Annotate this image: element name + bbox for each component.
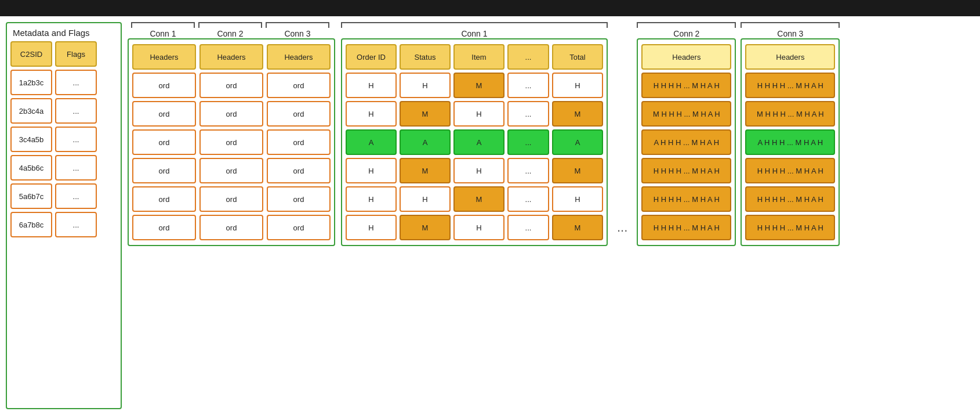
conn3-bracket-label: Conn 3 bbox=[266, 22, 329, 38]
list-item: ord bbox=[132, 73, 196, 98]
right-conn1-bracket: Conn 1 bbox=[341, 22, 608, 38]
id-cell: 1a2b3c bbox=[10, 70, 52, 95]
total-header: Total bbox=[552, 44, 603, 70]
table-row: 6a7b8c ... bbox=[10, 212, 117, 237]
list-item: M H H H ... M H A H bbox=[745, 101, 835, 127]
list-item: H bbox=[400, 73, 451, 98]
flags-cell: ... bbox=[55, 212, 97, 237]
list-item: A H H H ... M H A H bbox=[641, 129, 731, 155]
orderid-header: Order ID bbox=[346, 44, 397, 70]
list-item: H bbox=[346, 101, 397, 127]
right-conn3-wrapper: Conn 3 Headers H H H H ... M H A H M H H… bbox=[741, 22, 840, 409]
id-cell: 4a5b6c bbox=[10, 155, 52, 181]
list-item: ord bbox=[132, 158, 196, 183]
list-item: ord bbox=[132, 129, 196, 155]
list-item: M bbox=[552, 215, 603, 240]
list-item: H bbox=[552, 73, 603, 98]
table-row: 2b3c4a ... bbox=[10, 98, 117, 124]
id-cell: 2b3c4a bbox=[10, 98, 52, 124]
middle-conn3-col: Headers ord ord ord ord ord ord bbox=[267, 44, 331, 240]
list-item: ord bbox=[132, 186, 196, 212]
list-item: ord bbox=[267, 101, 331, 127]
list-item: H bbox=[346, 215, 397, 240]
total-col: Total H M A M H M bbox=[552, 44, 603, 240]
list-item: ... bbox=[507, 101, 549, 127]
list-item: ... bbox=[507, 186, 549, 212]
dots-col: ... ... ... ... ... ... ... bbox=[507, 44, 549, 240]
list-item: ord bbox=[132, 101, 196, 127]
flags-cell: ... bbox=[55, 155, 97, 181]
list-item: H H H H ... M H A H bbox=[641, 215, 731, 240]
table-row: 1a2b3c ... bbox=[10, 70, 117, 95]
list-item: H bbox=[400, 186, 451, 212]
list-item: ord bbox=[199, 73, 263, 98]
dots-header: ... bbox=[507, 44, 549, 70]
list-item: M bbox=[453, 186, 504, 212]
middle-dots-separator: ... bbox=[612, 22, 632, 409]
list-item: ord bbox=[199, 129, 263, 155]
list-item: H bbox=[346, 186, 397, 212]
list-item: H H H H ... M H A H bbox=[641, 73, 731, 98]
list-item: M bbox=[400, 101, 451, 127]
orderid-col: Order ID H H A H H H bbox=[346, 44, 397, 240]
flags-cell: ... bbox=[55, 98, 97, 124]
list-item: A H H H ... M H A H bbox=[745, 129, 835, 155]
metadata-section: Metadata and Flags C2SID Flags 1a2b3c ..… bbox=[6, 22, 122, 409]
list-item: H H H H ... M H A H bbox=[745, 186, 835, 212]
list-item: H H H H ... M H A H bbox=[641, 186, 731, 212]
list-item: ... bbox=[507, 129, 549, 155]
list-item: ord bbox=[267, 73, 331, 98]
middle-bracket-row: Conn 1 Conn 2 Conn 3 bbox=[128, 22, 335, 38]
list-item: ord bbox=[267, 215, 331, 240]
list-item: H H H H ... M H A H bbox=[745, 215, 835, 240]
list-item: ord bbox=[267, 129, 331, 155]
conn1-header: Headers bbox=[132, 44, 196, 70]
id-cell: 3c4a5b bbox=[10, 127, 52, 152]
list-item: ord bbox=[267, 158, 331, 183]
status-col: Status H M A M H M bbox=[400, 44, 451, 240]
list-item: ord bbox=[199, 215, 263, 240]
conn3-header: Headers bbox=[267, 44, 331, 70]
list-item: M bbox=[400, 215, 451, 240]
id-cell: 6a7b8c bbox=[10, 212, 52, 237]
flags-cell: ... bbox=[55, 127, 97, 152]
table-row: 5a6b7c ... bbox=[10, 183, 117, 209]
list-item: A bbox=[453, 129, 504, 155]
right-conn2-bracket: Conn 2 bbox=[637, 22, 736, 38]
middle-conn2-col: Headers ord ord ord ord ord ord bbox=[199, 44, 263, 240]
list-item: M H H H ... M H A H bbox=[641, 101, 731, 127]
list-item: ... bbox=[507, 215, 549, 240]
c2sid-header: C2SID bbox=[10, 41, 52, 67]
right-conn3-col: Headers H H H H ... M H A H M H H H ... … bbox=[741, 38, 840, 246]
list-item: ord bbox=[267, 186, 331, 212]
metadata-header-row: C2SID Flags bbox=[10, 41, 117, 67]
conn2-right-header: Headers bbox=[641, 44, 731, 70]
flags-header: Flags bbox=[55, 41, 97, 67]
item-header: Item bbox=[453, 44, 504, 70]
flags-cell: ... bbox=[55, 70, 97, 95]
right-conn3-bracket: Conn 3 bbox=[741, 22, 840, 38]
list-item: ... bbox=[507, 158, 549, 183]
middle-conn1-col: Headers ord ord ord ord ord ord bbox=[132, 44, 196, 240]
middle-group-wrapper: Conn 1 Conn 2 Conn 3 Headers ord ord ord… bbox=[128, 22, 335, 409]
top-bar bbox=[0, 0, 980, 16]
list-item: ord bbox=[199, 101, 263, 127]
list-item: H H H H ... M H A H bbox=[641, 158, 731, 183]
status-header: Status bbox=[400, 44, 451, 70]
right-conn1-cols: Order ID H H A H H H Status H M A M bbox=[346, 44, 603, 240]
right-conn1-wrapper: Conn 1 Order ID H H A H H H Statu bbox=[341, 22, 608, 409]
list-item: H bbox=[453, 158, 504, 183]
right-conn2-col: Headers H H H H ... M H A H M H H H ... … bbox=[637, 38, 736, 246]
list-item: A bbox=[400, 129, 451, 155]
list-item: H bbox=[453, 101, 504, 127]
conn2-header: Headers bbox=[199, 44, 263, 70]
right-conn2-wrapper: Conn 2 Headers H H H H ... M H A H M H H… bbox=[637, 22, 736, 409]
main-content: Metadata and Flags C2SID Flags 1a2b3c ..… bbox=[0, 16, 980, 415]
conn3-right-header: Headers bbox=[745, 44, 835, 70]
list-item: A bbox=[346, 129, 397, 155]
table-row: 4a5b6c ... bbox=[10, 155, 117, 181]
id-cell: 5a6b7c bbox=[10, 183, 52, 209]
list-item: M bbox=[552, 158, 603, 183]
conn1-bracket-label: Conn 1 bbox=[131, 22, 195, 38]
list-item: ord bbox=[199, 158, 263, 183]
